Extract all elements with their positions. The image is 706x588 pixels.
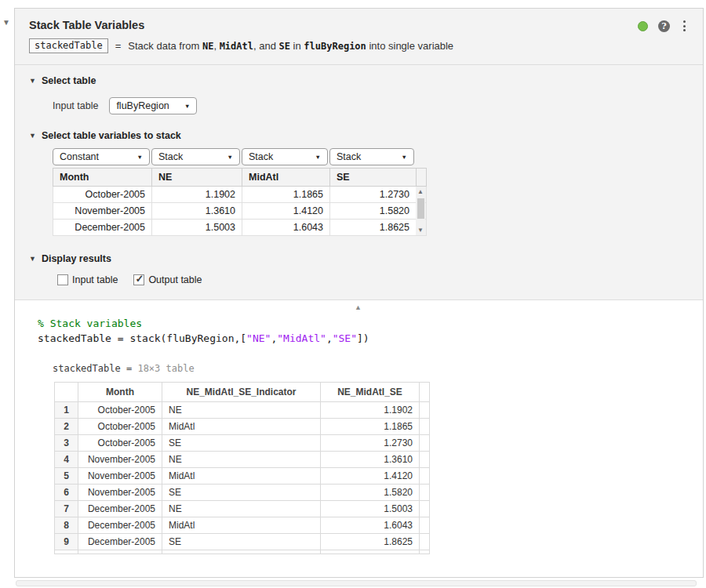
summary-equals: = bbox=[115, 40, 122, 52]
table-cell: MidAtl bbox=[162, 468, 321, 485]
table-scrollbar[interactable]: ▲ ▼ bbox=[416, 187, 425, 235]
task-title: Stack Table Variables bbox=[29, 19, 690, 31]
summary-text-token: , bbox=[213, 40, 219, 52]
task-header: Stack Table Variables stackedTable = Sta… bbox=[15, 9, 703, 65]
check-icon: ✓ bbox=[135, 273, 144, 285]
table-cell bbox=[162, 550, 321, 554]
table-cell: 1.6043 bbox=[321, 517, 420, 534]
summary-text-token: into single variable bbox=[366, 40, 453, 52]
dropdown-value: Constant bbox=[60, 151, 99, 162]
table-header-row: MonthNEMidAtlSE bbox=[53, 169, 427, 187]
input-preview-table: MonthNEMidAtlSEOctober-20051.19021.18651… bbox=[53, 168, 427, 236]
table-cell: 4 bbox=[55, 452, 78, 468]
table-cell: December-2005 bbox=[78, 534, 162, 550]
table-cell: 6 bbox=[55, 485, 78, 501]
table-row: October-20051.19021.18651.2730 bbox=[53, 187, 427, 203]
section-collapse-icon[interactable]: ▼ bbox=[29, 132, 36, 140]
table-cell: 1.1902 bbox=[152, 187, 242, 203]
help-icon[interactable]: ? bbox=[658, 20, 670, 32]
scrollbar-thumb[interactable] bbox=[417, 198, 424, 219]
table-cell: SE bbox=[162, 485, 321, 501]
output-variable-box[interactable]: stackedTable bbox=[29, 38, 108, 53]
table-row: 3October-2005SE1.2730 bbox=[55, 435, 430, 452]
table-cell: November-2005 bbox=[53, 203, 152, 220]
chevron-down-icon: ▼ bbox=[184, 103, 190, 110]
stack-mode-dropdown[interactable]: Stack▼ bbox=[151, 148, 240, 165]
table-cell: 5 bbox=[55, 468, 78, 485]
checkbox-output-table[interactable]: ✓Output table bbox=[133, 274, 202, 285]
summary-code-token: SE bbox=[279, 41, 290, 52]
table-cell: 1.8625 bbox=[330, 220, 417, 236]
column-header: NE_MidAtl_SE bbox=[321, 383, 420, 402]
code-string-token: "NE" bbox=[246, 332, 271, 344]
display-results-checkboxes: Input table✓Output table bbox=[57, 274, 690, 285]
row-number-header bbox=[55, 383, 78, 402]
table-cell: 1.1865 bbox=[242, 187, 330, 203]
section-collapse-icon[interactable]: ▼ bbox=[2, 18, 10, 27]
checkbox-checked-icon[interactable]: ✓ bbox=[133, 274, 144, 285]
table-cell: December-2005 bbox=[78, 517, 162, 534]
scroll-up-icon[interactable]: ▲ bbox=[417, 188, 424, 195]
chevron-down-icon: ▼ bbox=[137, 154, 143, 161]
section-heading: Select table bbox=[42, 75, 96, 86]
table-row: December-20051.50031.60431.8625 bbox=[53, 220, 427, 236]
collapse-task-icon[interactable]: ▲ bbox=[355, 303, 362, 311]
task-summary-text: Stack data from NE, MidAtl, and SE in fl… bbox=[128, 40, 453, 52]
chevron-down-icon: ▼ bbox=[227, 154, 233, 161]
task-menu-icon[interactable] bbox=[680, 20, 689, 32]
table-cell: 1.5003 bbox=[152, 220, 242, 236]
stack-mode-dropdown[interactable]: Stack▼ bbox=[329, 148, 414, 165]
stack-mode-dropdown[interactable]: Stack▼ bbox=[242, 148, 328, 165]
table-row: 4November-2005NE1.3610 bbox=[55, 452, 430, 468]
column-header: MidAtl bbox=[242, 169, 330, 187]
column-header: NE bbox=[152, 169, 242, 187]
table-cell: October-2005 bbox=[78, 419, 162, 435]
scrollbar-gutter bbox=[420, 468, 430, 485]
section-select-vars: ▼ Select table variables to stack bbox=[29, 130, 690, 141]
chevron-down-icon: ▼ bbox=[402, 154, 407, 161]
table-row: 2October-2005MidAtl1.1865 bbox=[55, 419, 430, 435]
table-cell: NE bbox=[162, 402, 321, 419]
table-cell: October-2005 bbox=[78, 402, 162, 419]
column-header: Month bbox=[53, 169, 152, 187]
table-cell: November-2005 bbox=[78, 485, 162, 501]
autorun-status-icon bbox=[638, 21, 648, 31]
dropdown-value: Stack bbox=[337, 151, 361, 162]
table-cell: December-2005 bbox=[78, 501, 162, 517]
code-comment: % Stack variables bbox=[38, 318, 142, 329]
table-cell: 1.6043 bbox=[242, 220, 330, 236]
input-table-dropdown[interactable]: fluByRegion ▼ bbox=[109, 97, 197, 114]
code-token: ]) bbox=[357, 332, 369, 344]
section-collapse-icon[interactable]: ▼ bbox=[29, 255, 36, 263]
checkbox-label: Input table bbox=[72, 274, 118, 285]
table-cell: 1.2730 bbox=[321, 435, 420, 452]
table-cell: 1.5820 bbox=[330, 203, 417, 220]
checkbox-input-table[interactable]: Input table bbox=[57, 274, 118, 285]
task-status-icons: ? bbox=[638, 20, 689, 32]
section-heading: Display results bbox=[42, 253, 111, 264]
chevron-down-icon: ▼ bbox=[315, 154, 321, 161]
stack-mode-dropdown[interactable]: Constant▼ bbox=[53, 148, 150, 165]
table-cell: 8 bbox=[55, 517, 78, 534]
table-row: November-20051.36101.41201.5820 bbox=[53, 203, 427, 220]
checkbox-unchecked-icon[interactable] bbox=[57, 274, 68, 285]
code-string-token: "SE" bbox=[333, 332, 357, 344]
table-cell: 1.5820 bbox=[321, 485, 420, 501]
scrollbar-gutter bbox=[420, 402, 430, 419]
table-cell bbox=[78, 550, 162, 554]
section-break-bar[interactable] bbox=[16, 580, 697, 586]
table-cell: 1.2730 bbox=[330, 187, 417, 203]
table-cell: 1.5003 bbox=[321, 501, 420, 517]
dropdown-value: Stack bbox=[158, 151, 183, 162]
stack-mode-dropdown-row: Constant▼Stack▼Stack▼Stack▼ bbox=[53, 148, 690, 165]
section-collapse-icon[interactable]: ▼ bbox=[29, 77, 36, 85]
table-cell: 9 bbox=[55, 534, 78, 550]
scroll-down-icon[interactable]: ▼ bbox=[417, 227, 424, 234]
column-header: NE_MidAtl_SE_Indicator bbox=[162, 383, 321, 402]
table-cell bbox=[321, 550, 420, 554]
table-cell: 1.1902 bbox=[321, 402, 420, 419]
table-cell: 1.3610 bbox=[152, 203, 242, 220]
table-cell: MidAtl bbox=[162, 517, 321, 534]
table-cell: SE bbox=[162, 534, 321, 550]
table-cell: November-2005 bbox=[78, 468, 162, 485]
